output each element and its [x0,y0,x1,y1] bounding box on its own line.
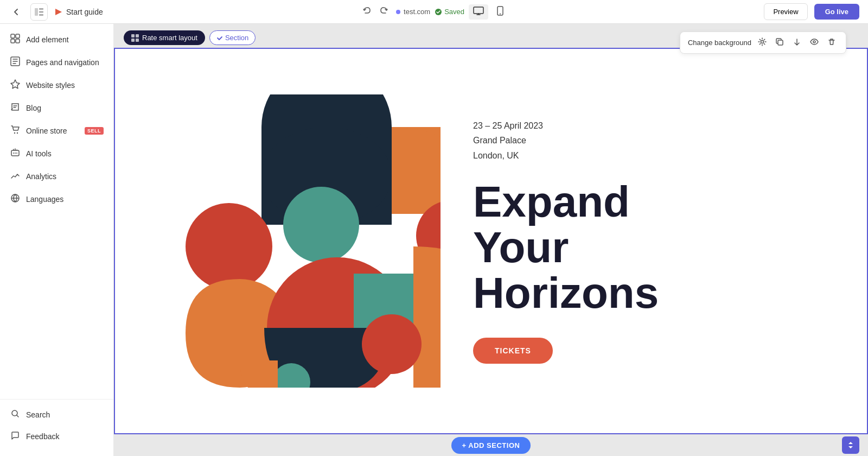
sidebar-item-pages-navigation[interactable]: Pages and navigation [0,51,113,74]
undo-redo-group [359,4,392,19]
hero-text: 23 – 25 April 2023 Grand Palace London, … [473,118,824,364]
event-date: 23 – 25 April 2023 [473,118,824,133]
move-down-icon-button[interactable] [790,35,803,50]
svg-point-14 [17,132,18,134]
ai-tools-icon [10,148,21,160]
back-button[interactable] [9,4,24,20]
rate-smart-layout-button[interactable]: Rate smart layout [124,30,205,45]
sidebar-item-blog[interactable]: Blog [0,97,113,119]
copy-icon-button[interactable] [773,35,786,50]
svg-rect-2 [39,11,43,12]
search-icon [10,409,21,420]
svg-rect-1 [39,8,43,10]
pages-navigation-icon [10,56,21,68]
sidebar-item-languages[interactable]: Languages [0,188,113,211]
svg-point-32 [186,203,272,290]
svg-point-27 [813,41,815,43]
svg-point-25 [761,41,764,43]
domain-indicator: test.com [396,8,430,16]
website-styles-icon [10,79,21,91]
sidebar-bottom: Search Feedback [0,399,113,456]
svg-point-18 [16,153,17,154]
sidebar-item-search[interactable]: Search [0,404,113,426]
section-badge[interactable]: Section [209,30,256,45]
svg-rect-3 [39,14,43,16]
svg-point-7 [500,13,501,14]
main-layout: Add element Pages and navigation Webs [0,24,868,456]
sidebar-item-online-store[interactable]: Online store SELL [0,119,113,142]
sidebar-nav: Add element Pages and navigation Webs [0,24,113,399]
svg-rect-22 [136,34,139,37]
golive-button[interactable]: Go live [814,4,859,20]
tickets-button[interactable]: TICKETS [473,338,553,364]
start-guide-button[interactable]: Start guide [54,8,103,16]
page-canvas: 23 – 25 April 2023 Grand Palace London, … [114,48,868,434]
svg-rect-10 [11,39,15,43]
languages-icon [10,193,21,205]
eye-icon-button[interactable] [808,35,821,50]
add-section-button[interactable]: + ADD SECTION [451,437,531,454]
sidebar-item-website-styles[interactable]: Website styles [0,74,113,97]
hero-heading: Expand Your Horizons [473,179,824,316]
sidebar-item-feedback[interactable]: Feedback [0,426,113,447]
section-arrows-button[interactable] [842,436,859,454]
saved-indicator: Saved [435,8,464,16]
svg-rect-0 [35,8,38,16]
blog-icon [10,102,21,114]
svg-rect-23 [131,39,135,42]
add-element-icon [10,34,21,46]
sell-badge: SELL [85,127,104,135]
event-venue: Grand Palace [473,133,824,148]
preview-button[interactable]: Preview [764,3,807,20]
add-section-bar: + ADD SECTION [114,434,868,456]
svg-point-38 [362,314,422,374]
svg-point-17 [15,153,16,154]
svg-rect-11 [16,39,20,43]
delete-icon-button[interactable] [825,35,838,50]
svg-rect-8 [11,34,15,38]
domain-dot [396,10,400,14]
desktop-device-button[interactable] [469,4,488,20]
geometric-art [158,94,441,388]
hero-section: 23 – 25 April 2023 Grand Palace London, … [115,49,867,433]
analytics-icon [10,170,21,182]
svg-rect-26 [778,40,783,45]
svg-point-33 [283,187,359,263]
sidebar-item-ai-tools[interactable]: AI tools [0,142,113,165]
sidebar-toggle-button[interactable] [30,3,48,21]
change-background-toolbar: Change background [680,31,846,54]
topbar: Start guide test.com [0,0,868,24]
sidebar-item-analytics[interactable]: Analytics [0,165,113,188]
event-details: 23 – 25 April 2023 Grand Palace London, … [473,118,824,163]
sidebar-item-add-element[interactable]: Add element [0,28,113,51]
undo-button[interactable] [359,4,374,19]
canvas-area: Rate smart layout Section Change backgro… [114,24,868,456]
svg-rect-9 [16,34,20,38]
svg-rect-24 [136,39,139,42]
svg-point-16 [13,153,14,154]
svg-rect-5 [474,7,483,14]
event-location: London, UK [473,148,824,163]
sidebar: Add element Pages and navigation Webs [0,24,114,456]
svg-rect-21 [131,34,135,37]
online-store-icon [10,125,21,137]
feedback-icon [10,431,21,442]
mobile-device-button[interactable] [493,4,508,20]
redo-button[interactable] [376,4,392,19]
svg-point-13 [14,132,15,134]
section-toolbar: Rate smart layout Section [124,30,256,45]
settings-icon-button[interactable] [756,35,769,50]
